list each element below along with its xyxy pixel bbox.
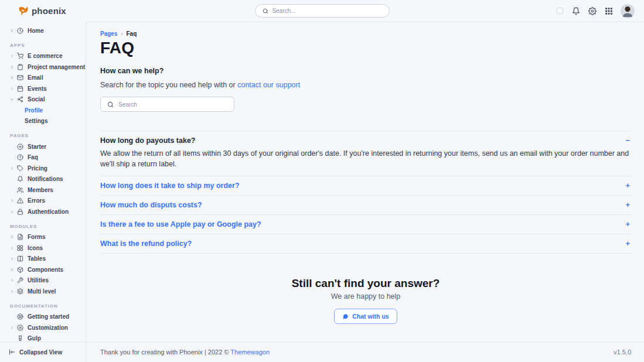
chevron-right-icon xyxy=(10,326,14,330)
faq-question-text: How long do payouts take? xyxy=(100,136,196,145)
sidebar-item-members[interactable]: Members xyxy=(0,185,86,196)
sidebar-item-label: Components xyxy=(28,267,63,273)
faq-question-text: How long does it take to ship my order? xyxy=(100,182,240,190)
chevron-right-icon xyxy=(10,210,14,214)
disc-icon xyxy=(17,144,25,150)
sidebar-item-label: Notifications xyxy=(28,176,63,182)
plus-icon[interactable]: + xyxy=(625,202,630,209)
sidebar-item-getting-started[interactable]: Getting started xyxy=(0,312,86,323)
sidebar-item-label: Customization xyxy=(28,325,68,331)
sidebar-item-faq[interactable]: Faq xyxy=(0,152,86,163)
avatar-image xyxy=(621,4,635,18)
chevron-right-icon xyxy=(10,268,14,272)
sidebar-item-customization[interactable]: Customization xyxy=(0,322,86,333)
faq-question[interactable]: How much do disputs costs?+ xyxy=(100,196,631,214)
file-text-icon xyxy=(17,234,25,240)
chevron-down-icon xyxy=(10,97,14,101)
chevron-right-icon xyxy=(10,278,14,282)
faq-question-text: How much do disputs costs? xyxy=(100,201,202,209)
faq-search-input[interactable] xyxy=(118,101,227,108)
cta-subtitle: We are happy to help xyxy=(100,292,631,300)
plus-icon[interactable]: + xyxy=(625,221,630,228)
plus-icon[interactable]: + xyxy=(625,240,630,247)
user-avatar[interactable] xyxy=(621,4,635,18)
global-search-input[interactable] xyxy=(272,8,382,14)
sidebar-subitem-settings[interactable]: Settings xyxy=(0,116,86,127)
sidebar-subitem-profile[interactable]: Profile xyxy=(0,105,86,116)
faq-question[interactable]: How long do payouts take?− xyxy=(100,131,631,146)
sidebar-item-label: Multi level xyxy=(28,288,56,295)
chevron-right-icon xyxy=(10,246,14,250)
columns-icon xyxy=(17,255,25,262)
sidebar: HomeAPPSE commerceProject managementEmai… xyxy=(0,22,86,362)
sidebar-item-utilities[interactable]: Utilities xyxy=(0,275,86,286)
sidebar-item-tables[interactable]: Tables xyxy=(0,254,86,265)
sidebar-item-pricing[interactable]: Pricing xyxy=(0,163,86,174)
app-launcher-button[interactable] xyxy=(604,6,614,16)
layers-icon xyxy=(17,288,25,295)
footer-version: v1.5.0 xyxy=(614,349,631,356)
package-icon xyxy=(17,267,25,273)
faq-item-what-is-the-refund-policy: What is the refund policy?+ xyxy=(100,234,631,254)
notifications-button[interactable] xyxy=(571,6,581,16)
sidebar-item-multi-level[interactable]: Multi level xyxy=(0,286,86,297)
sidebar-item-project-management[interactable]: Project management xyxy=(0,62,86,73)
chevron-right-icon xyxy=(10,289,14,293)
tag-icon xyxy=(17,165,25,172)
sidebar-item-gulp[interactable]: Gulp xyxy=(0,333,86,342)
faq-item-how-long-do-payouts-take: How long do payouts take?−We allow the r… xyxy=(100,131,631,176)
sidebar-item-notifications[interactable]: Notifications xyxy=(0,174,86,185)
sidebar-section-label-pages: PAGES xyxy=(0,133,86,138)
chevron-right-icon xyxy=(10,29,14,33)
faq-item-is-there-a-fee-to-use-apple-pay-or-google-pay: Is there a fee to use Apple pay or Googl… xyxy=(100,214,631,234)
sidebar-section-label-apps: APPS xyxy=(0,43,86,48)
sidebar-item-authentication[interactable]: Authentication xyxy=(0,206,86,217)
theme-toggle-icon xyxy=(557,8,563,14)
sidebar-item-components[interactable]: Components xyxy=(0,264,86,275)
collapsed-view-toggle[interactable]: Collapsed View xyxy=(0,341,86,362)
faq-question[interactable]: What is the refund policy?+ xyxy=(100,234,631,253)
sidebar-item-label: Errors xyxy=(28,197,45,204)
sidebar-item-label: Getting started xyxy=(28,313,69,320)
calendar-icon xyxy=(17,86,25,92)
contact-support-link[interactable]: contact our support xyxy=(237,81,300,89)
global-search[interactable] xyxy=(255,4,390,18)
sidebar-item-email[interactable]: Email xyxy=(0,73,86,84)
plus-icon[interactable]: + xyxy=(625,182,630,189)
brand-name: phoenix xyxy=(32,6,66,16)
sidebar-item-label: Authentication xyxy=(28,209,69,215)
sidebar-item-errors[interactable]: Errors xyxy=(0,196,86,207)
sidebar-item-starter[interactable]: Starter xyxy=(0,141,86,152)
brand-logo-link[interactable]: phoenix xyxy=(18,5,66,16)
sidebar-item-label: E commerce xyxy=(28,53,62,59)
faq-question[interactable]: Is there a fee to use Apple pay or Googl… xyxy=(100,215,631,234)
sidebar-item-events[interactable]: Events xyxy=(0,83,86,94)
sidebar-item-icons[interactable]: Icons xyxy=(0,243,86,254)
main-content: Pages › Faq FAQ How can we help? Search … xyxy=(86,22,644,362)
layout: HomeAPPSE commerceProject managementEmai… xyxy=(0,22,644,362)
themewagon-link[interactable]: Themewagon xyxy=(230,349,270,356)
sidebar-item-social[interactable]: Social xyxy=(0,94,86,105)
breadcrumb-current: Faq xyxy=(126,30,137,37)
faq-question[interactable]: How long does it take to ship my order?+ xyxy=(100,176,631,195)
settings-button[interactable] xyxy=(588,6,597,16)
help-text-plain: Search for the topic you need help with … xyxy=(100,81,236,89)
sidebar-item-label: Pricing xyxy=(28,165,47,172)
sidebar-item-e-commerce[interactable]: E commerce xyxy=(0,51,86,62)
footer-text: Thank you for creating with Phoenix | 20… xyxy=(100,349,229,356)
settings-icon xyxy=(17,325,25,331)
mail-icon xyxy=(17,74,25,81)
sidebar-item-home[interactable]: Home xyxy=(0,25,86,36)
minus-icon[interactable]: − xyxy=(625,137,630,144)
lock-icon xyxy=(17,209,25,215)
theme-toggle[interactable] xyxy=(555,6,564,16)
chat-with-us-button[interactable]: Chat with us xyxy=(334,309,397,324)
cart-icon xyxy=(17,53,25,59)
help-text: Search for the topic you need help with … xyxy=(100,81,631,89)
top-navbar: phoenix xyxy=(0,0,644,22)
navbar-actions xyxy=(555,4,635,18)
gulp-icon xyxy=(17,335,25,341)
breadcrumb-link-pages[interactable]: Pages xyxy=(100,30,117,37)
faq-search[interactable] xyxy=(100,97,234,112)
sidebar-item-forms[interactable]: Forms xyxy=(0,232,86,243)
